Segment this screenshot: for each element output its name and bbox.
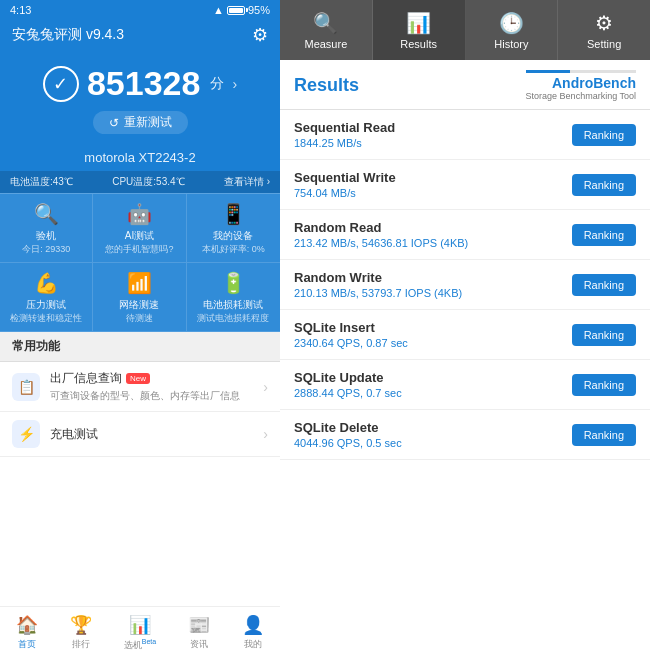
result-row-sqlite-update: SQLite Update 2888.44 QPS, 0.7 sec Ranki… — [280, 360, 650, 410]
nav-home-label: 首页 — [18, 638, 36, 651]
logo-bar — [526, 70, 636, 73]
setting-tab-icon: ⚙ — [595, 11, 613, 35]
tab-results[interactable]: 📊 Results — [373, 0, 466, 60]
tab-history-label: History — [494, 38, 528, 50]
factory-info-icon: 📋 — [12, 373, 40, 401]
result-value-seq-read: 1844.25 MB/s — [294, 137, 395, 149]
ranking-btn-seq-write[interactable]: Ranking — [572, 174, 636, 196]
quick-item-device[interactable]: 📱 我的设备 本机好评率: 0% — [187, 194, 280, 263]
result-row-rand-write: Random Write 210.13 MB/s, 53793.7 IOPS (… — [280, 260, 650, 310]
retest-label: 重新测试 — [124, 114, 172, 131]
battery-test-icon: 🔋 — [221, 271, 246, 295]
factory-info-sub: 可查询设备的型号、颜色、内存等出厂信息 — [50, 389, 263, 403]
new-badge: New — [126, 373, 150, 384]
quick-item-verify[interactable]: 🔍 验机 今日: 29330 — [0, 194, 93, 263]
nav-ranking[interactable]: 🏆 排行 — [62, 612, 100, 653]
result-value-seq-write: 754.04 MB/s — [294, 187, 396, 199]
quick-label-device: 我的设备 — [213, 229, 253, 243]
quick-grid: 🔍 验机 今日: 29330 🤖 AI测试 您的手机智慧吗? 📱 我的设备 本机… — [0, 193, 280, 332]
ranking-btn-rand-write[interactable]: Ranking — [572, 274, 636, 296]
quick-sub-battery: 测试电池损耗程度 — [197, 312, 269, 325]
ranking-btn-seq-read[interactable]: Ranking — [572, 124, 636, 146]
quick-sub-ai: 您的手机智慧吗? — [105, 243, 173, 256]
measure-tab-icon: 🔍 — [313, 11, 338, 35]
nav-profile-label: 我的 — [244, 638, 262, 651]
result-name-rand-read: Random Read — [294, 220, 468, 235]
ranking-btn-rand-read[interactable]: Ranking — [572, 224, 636, 246]
battery-icon — [227, 6, 245, 15]
result-name-rand-write: Random Write — [294, 270, 462, 285]
quick-label-ai: AI测试 — [125, 229, 154, 243]
result-info-rand-read: Random Read 213.42 MB/s, 54636.81 IOPS (… — [294, 220, 468, 249]
result-info-seq-read: Sequential Read 1844.25 MB/s — [294, 120, 395, 149]
factory-arrow-icon: › — [263, 379, 268, 395]
tab-measure-label: Measure — [304, 38, 347, 50]
androbench-name: AndroBench — [552, 75, 636, 91]
quick-item-ai[interactable]: 🤖 AI测试 您的手机智慧吗? — [93, 194, 186, 263]
results-title: Results — [294, 75, 359, 96]
ai-icon: 🤖 — [127, 202, 152, 226]
verify-icon: 🔍 — [34, 202, 59, 226]
ranking-btn-sqlite-update[interactable]: Ranking — [572, 374, 636, 396]
result-row-seq-write: Sequential Write 754.04 MB/s Ranking — [280, 160, 650, 210]
result-row-sqlite-delete: SQLite Delete 4044.96 QPS, 0.5 sec Ranki… — [280, 410, 650, 460]
results-tab-icon: 📊 — [406, 11, 431, 35]
nav-select[interactable]: 📊 选机Beta — [116, 612, 164, 654]
app-title: 安兔兔评测 v9.4.3 — [12, 26, 124, 44]
result-info-rand-write: Random Write 210.13 MB/s, 53793.7 IOPS (… — [294, 270, 462, 299]
right-panel: 🔍 Measure 📊 Results 🕒 History ⚙ Setting … — [280, 0, 650, 656]
quick-item-battery[interactable]: 🔋 电池损耗测试 测试电池损耗程度 — [187, 263, 280, 332]
quick-label-verify: 验机 — [36, 229, 56, 243]
charge-icon: ⚡ — [12, 420, 40, 448]
nav-ranking-label: 排行 — [72, 638, 90, 651]
bottom-nav: 🏠 首页 🏆 排行 📊 选机Beta 📰 资讯 👤 我的 — [0, 606, 280, 656]
result-name-sqlite-insert: SQLite Insert — [294, 320, 408, 335]
charge-title: 充电测试 — [50, 426, 263, 443]
result-value-sqlite-insert: 2340.64 QPS, 0.87 sec — [294, 337, 408, 349]
refresh-icon: ↺ — [109, 116, 119, 130]
nav-news[interactable]: 📰 资讯 — [180, 612, 218, 653]
ranking-btn-sqlite-delete[interactable]: Ranking — [572, 424, 636, 446]
stress-icon: 💪 — [34, 271, 59, 295]
ranking-btn-sqlite-insert[interactable]: Ranking — [572, 324, 636, 346]
home-icon: 🏠 — [16, 614, 38, 636]
settings-icon[interactable]: ⚙ — [252, 24, 268, 46]
tab-setting-label: Setting — [587, 38, 621, 50]
charge-arrow-icon: › — [263, 426, 268, 442]
result-row-sqlite-insert: SQLite Insert 2340.64 QPS, 0.87 sec Rank… — [280, 310, 650, 360]
score-arrow: › — [232, 76, 237, 92]
tab-setting[interactable]: ⚙ Setting — [558, 0, 650, 60]
result-row-seq-read: Sequential Read 1844.25 MB/s Ranking — [280, 110, 650, 160]
results-header: Results AndroBench Storage Benchmarking … — [280, 60, 650, 110]
battery-area: ▲ 95% — [213, 4, 270, 16]
score-section: ✓ 851328 分 › ↺ 重新测试 — [0, 54, 280, 142]
quick-item-network[interactable]: 📶 网络测速 待测速 — [93, 263, 186, 332]
common-item-charge[interactable]: ⚡ 充电测试 › — [0, 412, 280, 457]
check-circle-icon: ✓ — [43, 66, 79, 102]
factory-info-title: 出厂信息查询 New — [50, 370, 263, 387]
charge-text: 充电测试 — [50, 426, 263, 443]
tab-results-label: Results — [400, 38, 437, 50]
quick-item-stress[interactable]: 💪 压力测试 检测转速和稳定性 — [0, 263, 93, 332]
nav-profile[interactable]: 👤 我的 — [234, 612, 272, 653]
result-list: Sequential Read 1844.25 MB/s Ranking Seq… — [280, 110, 650, 656]
quick-sub-verify: 今日: 29330 — [22, 243, 70, 256]
result-name-seq-write: Sequential Write — [294, 170, 396, 185]
retest-button[interactable]: ↺ 重新测试 — [93, 111, 188, 134]
nav-home[interactable]: 🏠 首页 — [8, 612, 46, 653]
tab-history[interactable]: 🕒 History — [466, 0, 559, 60]
result-name-seq-read: Sequential Read — [294, 120, 395, 135]
battery-temp: 电池温度:43℃ — [10, 175, 73, 189]
left-panel: 4:13 ▲ 95% 安兔兔评测 v9.4.3 ⚙ ✓ 851328 分 › ↺… — [0, 0, 280, 656]
quick-label-network: 网络测速 — [119, 298, 159, 312]
common-item-factory[interactable]: 📋 出厂信息查询 New 可查询设备的型号、颜色、内存等出厂信息 › — [0, 362, 280, 412]
factory-info-text: 出厂信息查询 New 可查询设备的型号、颜色、内存等出厂信息 — [50, 370, 263, 403]
temp-detail-link[interactable]: 查看详情 › — [224, 175, 270, 189]
top-tabs: 🔍 Measure 📊 Results 🕒 History ⚙ Setting — [280, 0, 650, 60]
tab-measure[interactable]: 🔍 Measure — [280, 0, 373, 60]
result-value-rand-write: 210.13 MB/s, 53793.7 IOPS (4KB) — [294, 287, 462, 299]
select-icon: 📊 — [129, 614, 151, 636]
score-unit: 分 — [210, 75, 224, 93]
result-value-sqlite-update: 2888.44 QPS, 0.7 sec — [294, 387, 402, 399]
result-info-sqlite-update: SQLite Update 2888.44 QPS, 0.7 sec — [294, 370, 402, 399]
